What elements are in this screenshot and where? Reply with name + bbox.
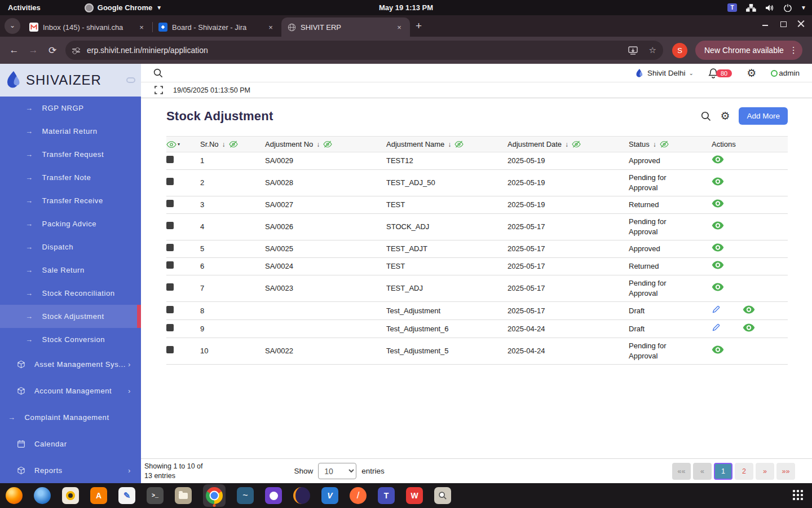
sidebar-item-dispatch[interactable]: →Dispatch bbox=[0, 235, 141, 259]
rhythmbox-icon[interactable] bbox=[62, 487, 79, 504]
tab-close-icon[interactable]: × bbox=[394, 23, 404, 32]
first-page-button[interactable]: «« bbox=[672, 463, 691, 480]
page-1-button[interactable]: 1 bbox=[714, 463, 732, 480]
column-header[interactable]: Adjustment Name bbox=[386, 140, 444, 148]
sidebar-item-transfer-note[interactable]: →Transfer Note bbox=[0, 166, 141, 189]
sidebar-item-rgp-nrgp[interactable]: →RGP NRGP bbox=[0, 97, 141, 120]
table-settings-icon[interactable]: ⚙ bbox=[720, 110, 730, 122]
row-checkbox[interactable] bbox=[166, 244, 174, 251]
page-2-button[interactable]: 2 bbox=[735, 463, 753, 480]
mysql-workbench-icon[interactable]: ~ bbox=[237, 487, 254, 504]
hide-column-icon[interactable] bbox=[454, 141, 464, 148]
fullscreen-icon[interactable] bbox=[155, 86, 163, 94]
row-checkbox[interactable] bbox=[166, 261, 174, 269]
hide-column-icon[interactable] bbox=[323, 141, 332, 148]
row-checkbox[interactable] bbox=[166, 200, 174, 207]
header-search-icon[interactable] bbox=[153, 68, 163, 78]
profile-avatar[interactable]: S bbox=[672, 43, 687, 58]
table-search-icon[interactable] bbox=[701, 111, 711, 121]
screenshot-tool-icon[interactable] bbox=[434, 487, 451, 504]
sidebar-toggle[interactable] bbox=[126, 77, 135, 83]
view-icon[interactable] bbox=[712, 155, 724, 164]
hide-column-icon[interactable] bbox=[229, 141, 238, 148]
column-header[interactable]: Adjustment Date bbox=[508, 140, 562, 148]
github-desktop-icon[interactable] bbox=[265, 487, 282, 504]
view-icon[interactable] bbox=[712, 283, 724, 291]
view-icon[interactable] bbox=[712, 345, 724, 354]
sort-icon[interactable]: ↓ bbox=[565, 141, 568, 148]
tab-jira[interactable]: Board - Shivaizer - Jira × bbox=[153, 17, 281, 37]
hide-column-icon[interactable] bbox=[572, 141, 581, 148]
sidebar-item-stock-conversion[interactable]: →Stock Conversion bbox=[0, 328, 141, 351]
restore-icon[interactable] bbox=[779, 20, 787, 28]
view-icon[interactable] bbox=[712, 243, 724, 252]
next-page-button[interactable]: » bbox=[756, 463, 774, 480]
sort-icon[interactable]: ↓ bbox=[448, 141, 451, 148]
row-checkbox[interactable] bbox=[166, 346, 174, 353]
install-icon[interactable] bbox=[628, 46, 639, 55]
edit-icon[interactable] bbox=[712, 323, 721, 332]
sidebar-item-packing-advice[interactable]: →Packing Advice bbox=[0, 212, 141, 235]
eclipse-icon[interactable] bbox=[293, 487, 310, 504]
terminal-icon[interactable]: >_ bbox=[147, 487, 164, 504]
wps-office-icon[interactable]: W bbox=[406, 487, 423, 504]
activities-button[interactable]: Activities bbox=[8, 3, 41, 12]
add-more-button[interactable]: Add More bbox=[739, 107, 788, 125]
view-icon[interactable] bbox=[712, 221, 724, 230]
last-page-button[interactable]: »» bbox=[776, 463, 795, 480]
postman-icon[interactable]: / bbox=[350, 487, 367, 504]
chrome-dock-icon[interactable] bbox=[203, 484, 226, 507]
column-visibility-button[interactable]: ▾ bbox=[166, 141, 200, 148]
view-icon[interactable] bbox=[743, 323, 755, 332]
tab-close-icon[interactable]: × bbox=[266, 23, 276, 32]
address-bar[interactable]: erp.shivit.net.in/minierp/application ☆ bbox=[65, 41, 663, 60]
url-text[interactable]: erp.shivit.net.in/minierp/application bbox=[87, 46, 628, 55]
page-size-select[interactable]: 10 bbox=[318, 463, 356, 479]
firefox-icon[interactable] bbox=[6, 487, 23, 504]
close-icon[interactable] bbox=[797, 20, 805, 28]
sort-icon[interactable]: ↓ bbox=[316, 141, 320, 148]
row-checkbox[interactable] bbox=[166, 156, 174, 163]
view-icon[interactable] bbox=[712, 261, 724, 269]
sidebar-item-reports[interactable]: Reports› bbox=[0, 457, 141, 484]
minimize-icon[interactable] bbox=[761, 20, 769, 28]
system-tray[interactable]: T ▼ bbox=[727, 3, 806, 12]
app-center-icon[interactable]: A bbox=[90, 487, 107, 504]
row-checkbox[interactable] bbox=[166, 324, 174, 331]
sort-icon[interactable]: ↓ bbox=[653, 141, 656, 148]
back-icon[interactable]: ← bbox=[5, 45, 24, 56]
sort-icon[interactable]: ↓ bbox=[222, 141, 226, 148]
sidebar-item-account-management[interactable]: Account Management› bbox=[0, 378, 141, 404]
site-settings-icon[interactable] bbox=[72, 49, 80, 52]
reload-icon[interactable]: ⟳ bbox=[43, 45, 62, 56]
app-menu[interactable]: Google Chrome ▼ bbox=[85, 3, 162, 12]
tab-close-icon[interactable]: × bbox=[136, 23, 147, 32]
text-editor-icon[interactable]: ✎ bbox=[118, 487, 135, 504]
sidebar-item-complaint-management[interactable]: →Complaint Management bbox=[0, 404, 141, 431]
sidebar-item-calendar[interactable]: Calendar bbox=[0, 431, 141, 457]
files-icon[interactable] bbox=[175, 487, 192, 504]
sidebar-item-asset-management[interactable]: Asset Management Sys...› bbox=[0, 351, 141, 378]
view-icon[interactable] bbox=[712, 177, 724, 186]
prev-page-button[interactable]: « bbox=[693, 463, 712, 480]
row-checkbox[interactable] bbox=[166, 283, 174, 291]
row-checkbox[interactable] bbox=[166, 178, 174, 185]
sidebar-item-material-return[interactable]: →Material Return bbox=[0, 120, 141, 143]
tab-gmail[interactable]: Inbox (145) - shivani.cha × bbox=[24, 17, 152, 37]
notifications-button[interactable]: 80 bbox=[708, 68, 732, 78]
user-menu[interactable]: admin bbox=[771, 69, 800, 77]
hide-column-icon[interactable] bbox=[660, 141, 669, 148]
location-selector[interactable]: Shivit Delhi ⌄ bbox=[636, 68, 694, 78]
vscode-icon[interactable]: V bbox=[321, 487, 338, 504]
clock[interactable]: May 19 1:13 PM bbox=[379, 3, 433, 12]
sidebar-item-stock-reconciliation[interactable]: →Stock Reconciliation bbox=[0, 282, 141, 305]
column-header[interactable]: Status bbox=[629, 140, 650, 148]
tab-search-button[interactable]: ⌄ bbox=[5, 18, 20, 34]
teams-icon[interactable]: T bbox=[378, 487, 395, 504]
row-checkbox[interactable] bbox=[166, 306, 174, 313]
bookmark-star-icon[interactable]: ☆ bbox=[649, 45, 656, 55]
thunderbird-icon[interactable] bbox=[34, 487, 51, 504]
tab-shivit-erp[interactable]: SHIVIT ERP × bbox=[281, 17, 410, 37]
app-grid-icon[interactable] bbox=[793, 490, 804, 501]
sidebar-item-transfer-request[interactable]: →Transfer Request bbox=[0, 143, 141, 166]
